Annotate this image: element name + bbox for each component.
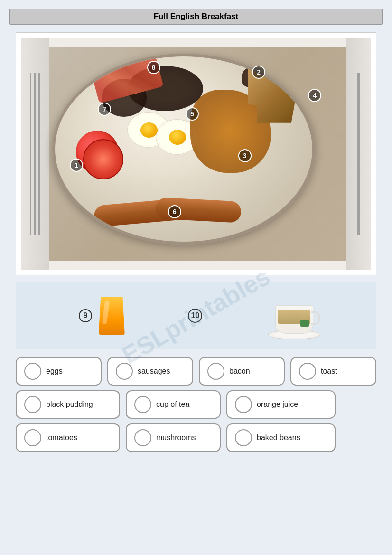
utensils-right xyxy=(346,38,371,270)
tea-cup-container xyxy=(266,292,323,339)
answer-circle-sausages xyxy=(116,363,133,380)
number-badge-8: 8 xyxy=(147,61,160,74)
oj-glass xyxy=(99,297,125,335)
vocab-label-orange-juice: orange juice xyxy=(257,400,298,409)
fork-handle xyxy=(34,73,36,235)
orange-juice-item: 9 xyxy=(79,297,125,335)
number-badge-5: 5 xyxy=(186,107,199,121)
vocab-label-tomatoes: tomatoes xyxy=(46,433,77,442)
tea-cup xyxy=(275,305,313,334)
tea-handle xyxy=(311,311,320,325)
vocab-item-black-pudding: black pudding xyxy=(16,390,120,419)
plate-image: 1 2 3 4 5 6 7 8 xyxy=(21,38,371,270)
vocab-row-2: black pudding cup of tea orange juice xyxy=(16,390,376,419)
number-badge-6: 6 xyxy=(168,205,181,218)
answer-circle-mushrooms xyxy=(134,429,151,446)
vocab-label-cup-of-tea: cup of tea xyxy=(156,400,189,409)
vocab-item-orange-juice: orange juice xyxy=(226,390,336,419)
answer-circle-baked-beans xyxy=(235,429,252,446)
number-badge-1: 1 xyxy=(70,159,83,172)
vocab-label-baked-beans: baked beans xyxy=(257,433,300,442)
vocab-item-tomatoes: tomatoes xyxy=(16,423,120,452)
number-badge-4: 4 xyxy=(308,89,321,102)
vocab-label-black-pudding: black pudding xyxy=(46,400,93,409)
utensils-left xyxy=(21,38,49,270)
right-spoon xyxy=(359,73,360,235)
answer-circle-bacon xyxy=(207,363,224,380)
vocab-label-toast: toast xyxy=(321,367,337,376)
vocab-item-eggs: eggs xyxy=(16,357,102,386)
drink-number-10: 10 xyxy=(183,309,207,323)
number-badge-3: 3 xyxy=(238,149,252,162)
plate-section: 1 2 3 4 5 6 7 8 xyxy=(16,32,376,275)
toast-piece2 xyxy=(257,75,300,123)
vocabulary-section: eggs sausages bacon toast black pudding … xyxy=(16,357,376,452)
vocab-label-eggs: eggs xyxy=(46,367,63,376)
fork-tine xyxy=(30,73,31,235)
answer-circle-orange-juice xyxy=(235,396,252,413)
vocab-label-bacon: bacon xyxy=(229,367,250,376)
vocab-row-1: eggs sausages bacon toast xyxy=(16,357,376,386)
knife-handle xyxy=(38,73,40,235)
answer-circle-toast xyxy=(299,363,316,380)
vocab-item-cup-of-tea: cup of tea xyxy=(126,390,221,419)
vocab-label-sausages: sausages xyxy=(138,367,170,376)
vocab-item-toast: toast xyxy=(290,357,376,386)
vocab-item-bacon: bacon xyxy=(199,357,285,386)
answer-circle-cup-of-tea xyxy=(134,396,151,413)
number-badge-2: 2 xyxy=(252,66,265,79)
plate-oval xyxy=(52,54,315,245)
vocab-item-sausages: sausages xyxy=(107,357,193,386)
answer-circle-tomatoes xyxy=(24,429,41,446)
tea-cup-item xyxy=(266,292,323,339)
tomato-circle2 xyxy=(83,139,123,179)
tea-bag-tag xyxy=(300,320,309,327)
vocab-row-3: tomatoes mushrooms baked beans xyxy=(16,423,376,452)
drink-number-9: 9 xyxy=(79,309,92,322)
vocab-item-baked-beans: baked beans xyxy=(226,423,336,452)
drinks-section: ESLprintables 9 10 xyxy=(16,282,376,349)
answer-circle-eggs xyxy=(24,363,41,380)
answer-circle-black-pudding xyxy=(24,396,41,413)
vocab-label-mushrooms: mushrooms xyxy=(156,433,196,442)
page-title: Full English Breakfast xyxy=(9,9,383,25)
vocab-item-mushrooms: mushrooms xyxy=(126,423,221,452)
